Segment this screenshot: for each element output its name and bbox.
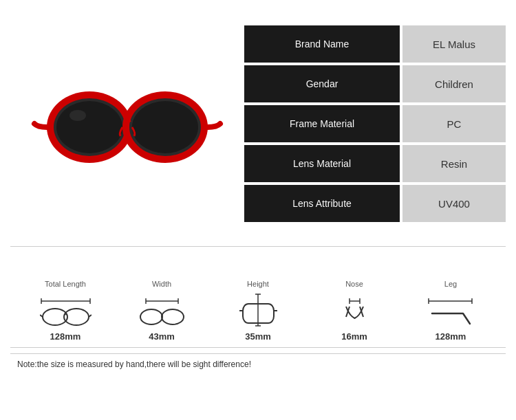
specs-row-gendar: Gendar Children bbox=[244, 65, 506, 102]
lens-label-text: Lens Material bbox=[293, 158, 351, 169]
spec-value-lens: Resin bbox=[402, 145, 506, 182]
brand-label-text: Brand Name bbox=[295, 38, 350, 49]
lens-value-text: Resin bbox=[441, 158, 467, 170]
top-divider bbox=[10, 246, 506, 247]
spec-label-frame: Frame Material bbox=[244, 105, 400, 142]
dim-nose-value: 16mm bbox=[341, 331, 367, 342]
dim-nose: Nose 16mm bbox=[327, 280, 382, 342]
dim-nose-label: Nose bbox=[345, 280, 363, 288]
gendar-label-text: Gendar bbox=[306, 78, 338, 89]
gendar-value-text: Children bbox=[435, 78, 473, 90]
attribute-label-text: Lens Attribute bbox=[292, 198, 352, 209]
svg-point-17 bbox=[140, 309, 162, 324]
dim-height-icon bbox=[230, 291, 286, 329]
product-image bbox=[10, 7, 244, 241]
brand-value-text: EL Malus bbox=[433, 38, 475, 50]
svg-point-2 bbox=[56, 101, 122, 153]
spec-value-frame: PC bbox=[402, 105, 506, 142]
spec-label-lens: Lens Material bbox=[244, 145, 400, 182]
dimensions-section: Total Length 128mm Width bbox=[10, 252, 506, 342]
dim-height: Height 35mm bbox=[230, 280, 286, 342]
dim-leg: Leg 128mm bbox=[423, 280, 478, 342]
dim-leg-value: 128mm bbox=[436, 331, 466, 342]
svg-point-6 bbox=[69, 110, 86, 121]
frame-value-text: PC bbox=[447, 118, 462, 130]
dim-height-value: 35mm bbox=[245, 331, 271, 342]
dim-total-value: 128mm bbox=[50, 331, 81, 342]
main-container: Brand Name EL Malus Gendar Children Fram… bbox=[0, 0, 516, 420]
spec-value-attribute: UV400 bbox=[402, 185, 506, 222]
spec-label-gendar: Gendar bbox=[244, 65, 400, 102]
dim-width-label: Width bbox=[152, 280, 171, 288]
bottom-divider bbox=[10, 347, 506, 348]
specs-row-frame: Frame Material PC bbox=[244, 105, 506, 142]
dim-width-value: 43mm bbox=[149, 331, 175, 342]
dim-total-label: Total Length bbox=[45, 280, 86, 288]
frame-label-text: Frame Material bbox=[290, 118, 354, 129]
spec-value-gendar: Children bbox=[402, 65, 506, 102]
dim-total-length: Total Length 128mm bbox=[38, 280, 93, 342]
attribute-value-text: UV400 bbox=[438, 198, 470, 210]
svg-point-18 bbox=[162, 309, 184, 324]
note-text: Note:the size is measured by hand,there … bbox=[17, 360, 251, 369]
dim-width: Width 43mm bbox=[134, 280, 189, 342]
specs-row-lens: Lens Material Resin bbox=[244, 145, 506, 182]
specs-row-attribute: Lens Attribute UV400 bbox=[244, 185, 506, 222]
top-section: Brand Name EL Malus Gendar Children Fram… bbox=[10, 7, 506, 241]
note-section: Note:the size is measured by hand,there … bbox=[10, 353, 506, 369]
specs-table: Brand Name EL Malus Gendar Children Fram… bbox=[244, 25, 506, 222]
specs-row-brand: Brand Name EL Malus bbox=[244, 25, 506, 63]
dim-total-icon bbox=[38, 291, 93, 329]
svg-point-5 bbox=[132, 101, 198, 153]
dim-nose-icon bbox=[327, 291, 382, 329]
spec-label-brand: Brand Name bbox=[244, 25, 400, 63]
spec-value-brand: EL Malus bbox=[402, 25, 506, 63]
spec-label-attribute: Lens Attribute bbox=[244, 185, 400, 222]
dim-leg-label: Leg bbox=[444, 280, 457, 288]
dim-leg-icon bbox=[423, 291, 478, 329]
dim-width-icon bbox=[134, 291, 189, 329]
dim-height-label: Height bbox=[247, 280, 269, 288]
